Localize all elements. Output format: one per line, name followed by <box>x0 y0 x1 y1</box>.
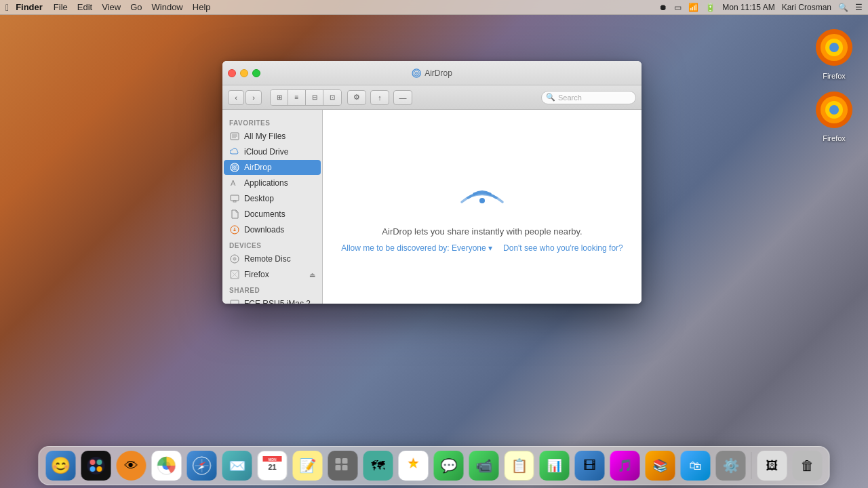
svg-rect-28 <box>231 300 239 304</box>
svg-rect-46 <box>342 458 348 464</box>
sidebar-item-applications[interactable]: A Applications <box>224 176 321 190</box>
svg-point-34 <box>97 460 102 465</box>
search-box[interactable]: 🔍 Search <box>541 91 636 104</box>
firefox-label-1: Firefox <box>823 72 846 80</box>
svg-point-7 <box>829 105 839 115</box>
firefox-sidebar-label: Firefox <box>244 270 269 279</box>
maximize-button[interactable] <box>252 69 260 77</box>
dock-item-photos[interactable] <box>397 449 430 482</box>
menu-help[interactable]: Help <box>193 2 211 12</box>
desktop-icon-firefox-1[interactable]: Firefox <box>812 26 856 80</box>
sidebar-item-documents[interactable]: Documents <box>224 207 321 222</box>
desktop-icon <box>229 193 240 204</box>
airdrop-label: AirDrop <box>244 163 272 172</box>
svg-point-19 <box>234 167 235 168</box>
dock-item-systemprefs[interactable]: ⚙️ <box>715 449 747 482</box>
dock-item-mail[interactable]: ✉️ <box>221 449 254 482</box>
allow-discovery-link[interactable]: Allow me to be discovered by: Everyone ▾ <box>341 243 492 253</box>
dock-separator <box>751 452 752 479</box>
battery-icon[interactable]: 🔋 <box>705 3 715 12</box>
sidebar-item-airdrop[interactable]: AirDrop <box>224 160 321 175</box>
sidebar-item-fce-imac[interactable]: FCE RSU5 iMac 2 <box>224 296 321 304</box>
menu-go[interactable]: Go <box>130 2 142 12</box>
svg-rect-45 <box>336 458 341 464</box>
dock-item-notes[interactable]: 📋 <box>503 449 536 482</box>
notes-dock-icon: 📋 <box>505 451 534 481</box>
close-button[interactable] <box>228 69 236 77</box>
sidebar-item-remote-disc[interactable]: Remote Disc <box>224 251 321 266</box>
dock-item-finder[interactable]: 😊 <box>45 449 77 482</box>
notification-icon[interactable]: ☰ <box>855 3 863 12</box>
keynote-dock-icon: 🎞 <box>575 451 605 481</box>
forward-button[interactable]: › <box>245 90 262 105</box>
wifi-icon[interactable]: 📶 <box>688 3 698 12</box>
firefox-sidebar-icon <box>229 269 240 280</box>
dock-item-chrome[interactable] <box>151 449 183 482</box>
finder-dock-icon: 😊 <box>46 451 76 481</box>
dock-item-launchpad2[interactable] <box>327 449 359 482</box>
share-button[interactable]: ↑ <box>370 90 389 105</box>
dock-item-stickies[interactable]: 📝 <box>292 449 324 482</box>
sidebar-item-firefox[interactable]: Firefox ⏏ <box>224 267 321 282</box>
menu-window[interactable]: Window <box>152 2 183 12</box>
desktop-icon-firefox-2[interactable]: Firefox <box>812 88 856 142</box>
dock-item-trash[interactable]: 🗑 <box>791 449 824 482</box>
svg-rect-48 <box>342 465 348 470</box>
messages-dock-icon: 💬 <box>434 451 464 481</box>
dock-item-calendar[interactable]: MON21 <box>256 449 289 482</box>
dock-item-itunes[interactable]: 🎵 <box>609 449 642 482</box>
cover-flow-button[interactable]: ⊡ <box>323 90 341 105</box>
dock-item-maps[interactable]: 🗺 <box>362 449 395 482</box>
sidebar-item-downloads[interactable]: Downloads <box>224 222 321 237</box>
dock-item-messages[interactable]: 💬 <box>433 449 465 482</box>
svg-point-26 <box>234 258 235 259</box>
finder-toolbar: ‹ › ⊞ ≡ ⊟ ⊡ ⚙ ↑ — 🔍 Search <box>222 85 642 110</box>
svg-point-31 <box>479 198 485 203</box>
chrome-dock-icon <box>152 451 182 481</box>
record-indicator: ⏺ <box>659 3 667 12</box>
calendar-dock-icon: MON21 <box>258 451 288 481</box>
app-name[interactable]: Finder <box>16 2 43 12</box>
icon-view-button[interactable]: ⊞ <box>271 90 288 105</box>
applications-icon: A <box>229 178 240 188</box>
dont-see-link[interactable]: Don't see who you're looking for? <box>503 243 623 253</box>
search-icon[interactable]: 🔍 <box>838 3 848 12</box>
svg-point-11 <box>416 73 416 73</box>
sidebar-item-all-my-files[interactable]: All My Files <box>224 129 321 144</box>
back-button[interactable]: ‹ <box>228 90 244 105</box>
menu-view[interactable]: View <box>102 2 121 12</box>
dock-item-appstore[interactable]: 🛍 <box>679 449 712 482</box>
svg-rect-21 <box>231 195 239 201</box>
apple-menu[interactable]:  <box>5 2 9 13</box>
appstore-dock-icon: 🛍 <box>681 451 711 481</box>
menu-edit[interactable]: Edit <box>77 2 92 12</box>
window-title-text: AirDrop <box>425 68 452 78</box>
arrange-button[interactable]: ⚙ <box>347 90 366 105</box>
documents-icon <box>229 209 240 220</box>
window-title: AirDrop <box>412 68 452 78</box>
clock: Mon 11:15 AM <box>722 3 774 12</box>
dock-item-facetime[interactable]: 📹 <box>468 449 500 482</box>
menu-file[interactable]: File <box>54 2 68 12</box>
airdrop-description: AirDrop lets you share instantly with pe… <box>382 226 582 237</box>
firefox-label-2: Firefox <box>823 134 846 142</box>
airdrop-title-icon <box>412 68 421 78</box>
dock-item-preview[interactable]: 🖼 <box>756 449 789 482</box>
column-view-button[interactable]: ⊟ <box>306 90 323 105</box>
tag-button[interactable]: — <box>393 90 412 105</box>
list-view-button[interactable]: ≡ <box>288 90 306 105</box>
dock-item-ibooks[interactable]: 📚 <box>644 449 677 482</box>
dock-item-eyecatch[interactable]: 👁 <box>115 449 148 482</box>
eject-icon[interactable]: ⏏ <box>309 271 315 279</box>
airplay-icon[interactable]: ▭ <box>674 3 682 12</box>
devices-header: Devices <box>222 238 322 251</box>
minimize-button[interactable] <box>240 69 248 77</box>
dock-item-launchpad[interactable] <box>80 449 113 482</box>
dock-item-numbers[interactable]: 📊 <box>538 449 571 482</box>
svg-rect-47 <box>336 465 341 470</box>
sidebar-item-icloud-drive[interactable]: iCloud Drive <box>224 144 321 159</box>
dock-item-safari[interactable] <box>186 449 218 482</box>
dock-item-keynote[interactable]: 🎞 <box>574 449 606 482</box>
view-mode-buttons: ⊞ ≡ ⊟ ⊡ <box>270 89 342 106</box>
sidebar-item-desktop[interactable]: Desktop <box>224 191 321 206</box>
